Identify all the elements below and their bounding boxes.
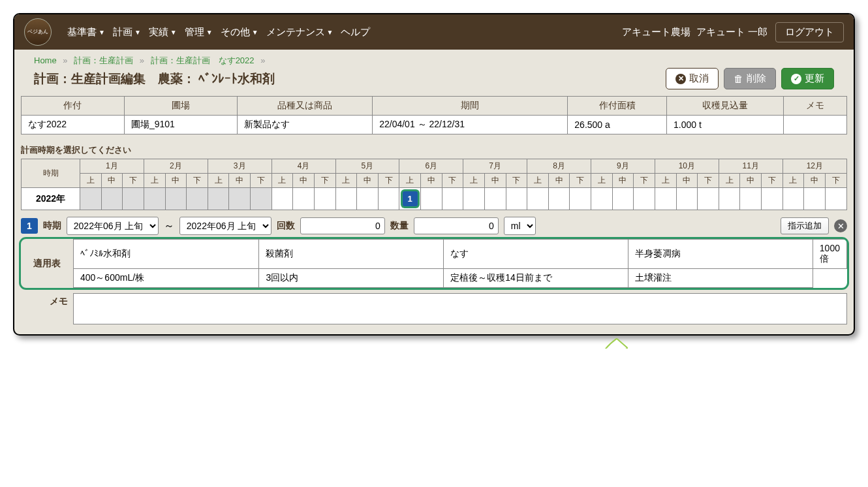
calendar-cell[interactable] [762,188,783,210]
breadcrumb: Home » 計画：生産計画 » 計画：生産計画 なす2022 » [14,50,854,68]
calendar-cell[interactable] [655,188,676,210]
calendar-cell[interactable] [506,188,527,210]
period-label: 時期 [43,220,61,232]
detail-row: 1 時期 2022年06月 上旬 ～ 2022年06月 上旬 回数 数量 ml … [21,210,847,239]
menu-item-0[interactable]: 基準書▼ [65,26,108,39]
calendar-cell[interactable] [80,188,102,210]
menu-item-5[interactable]: メンテナンス▼ [264,26,336,39]
calendar-cell[interactable] [527,188,549,210]
chevron-down-icon: ▼ [99,29,105,36]
calendar-cell[interactable] [165,188,187,210]
close-icon: ✕ [675,74,686,84]
calendar-section-label: 計画時期を選択してください [21,144,847,156]
menu-item-2[interactable]: 実績▼ [146,26,179,39]
chevron-down-icon: ▼ [206,29,213,36]
calendar-cell[interactable] [421,188,442,210]
summary-table: 作付圃場品種又は商品期間作付面積収穫見込量メモ なす2022圃場_9101新製品… [21,96,847,134]
calendar-cell[interactable] [548,188,570,210]
period-to-select[interactable]: 2022年06月 上旬 [179,217,271,235]
breadcrumb-link[interactable]: 計画：生産計画 なす2022 [151,55,255,65]
calendar-cell[interactable] [634,188,655,210]
menu-item-1[interactable]: 計画▼ [110,26,144,39]
add-instruction-button[interactable]: 指示追加 [781,217,829,234]
calendar-cell[interactable] [442,188,463,210]
calendar-cell[interactable] [463,188,485,210]
calendar-cell[interactable] [612,188,634,210]
calendar-cell[interactable] [804,188,826,210]
top-menu-bar: ベジあん 基準書▼計画▼実績▼管理▼その他▼メンテナンス▼ヘルプ アキュート農場… [14,14,854,50]
user-info: アキュート農場 アキュート 一郎 [622,26,767,39]
cancel-button[interactable]: ✕ 取消 [666,68,719,89]
calendar-cell[interactable] [698,188,719,210]
calendar-cell[interactable] [101,188,123,210]
calendar-cell[interactable] [271,188,293,210]
calendar-cell[interactable] [314,188,335,210]
speech-tail [584,336,636,349]
detail-badge: 1 [21,218,38,234]
count-input[interactable] [300,217,385,234]
calendar-cell[interactable] [740,188,762,210]
chevron-down-icon: ▼ [134,29,141,36]
logout-button[interactable]: ログアウト [775,22,844,42]
qty-label: 数量 [390,220,409,232]
calendar-cell[interactable] [719,188,740,210]
calendar-cell[interactable] [144,188,165,210]
update-button[interactable]: ✓ 更新 [781,68,834,89]
menu-item-3[interactable]: 管理▼ [182,26,215,39]
memo-label: メモ [21,293,73,324]
calendar-table[interactable]: 時期1月2月3月4月5月6月7月8月9月10月11月12月 上中下上中下上中下上… [21,159,847,210]
breadcrumb-link[interactable]: 計画：生産計画 [74,55,133,65]
calendar-cell[interactable] [208,188,229,210]
logo: ベジあん [24,18,52,46]
menu-item-6[interactable]: ヘルプ [338,26,373,39]
application-table-section: 適用表 ﾍﾞﾉﾐﾙ水和剤殺菌剤なす半身萎凋病1000倍400～600mL/株3回… [21,239,847,288]
check-icon: ✓ [791,74,801,84]
calendar-cell[interactable] [825,188,846,210]
unit-select[interactable]: ml [504,217,536,235]
calendar-cell[interactable] [293,188,315,210]
calendar-cell[interactable] [676,188,698,210]
trash-icon: 🗑 [734,73,743,84]
calendar-cell[interactable] [591,188,613,210]
chevron-down-icon: ▼ [327,29,333,36]
breadcrumb-link[interactable]: Home [34,55,57,65]
qty-input[interactable] [414,217,499,234]
period-from-select[interactable]: 2022年06月 上旬 [67,217,159,235]
calendar-cell[interactable] [357,188,379,210]
memo-textarea[interactable] [73,293,847,324]
calendar-cell[interactable] [783,188,804,210]
calendar-cell[interactable] [378,188,399,210]
chevron-down-icon: ▼ [170,29,177,36]
calendar-cell[interactable] [335,188,357,210]
delete-button[interactable]: 🗑 削除 [724,68,776,89]
calendar-cell[interactable] [484,188,506,210]
menu-item-4[interactable]: その他▼ [218,26,261,39]
remove-row-icon[interactable]: ✕ [834,219,847,232]
calendar-cell[interactable]: 1 [399,188,421,210]
chevron-down-icon: ▼ [252,29,258,36]
calendar-cell[interactable] [229,188,251,210]
calendar-cell[interactable] [570,188,591,210]
calendar-cell[interactable] [187,188,208,210]
page-title: 計画：生産計画編集 農薬： ﾍﾞﾝﾚｰﾄ水和剤 [34,71,660,87]
calendar-cell[interactable] [123,188,144,210]
calendar-cell[interactable] [251,188,272,210]
count-label: 回数 [277,220,295,232]
